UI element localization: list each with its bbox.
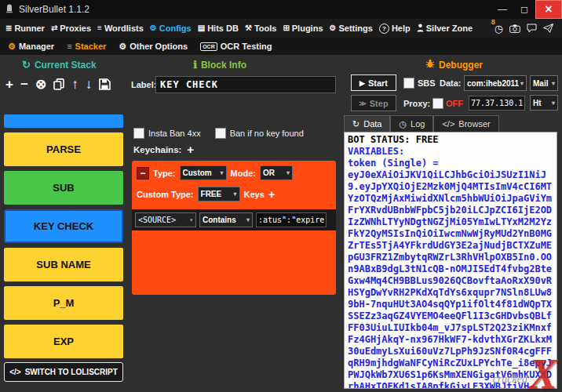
sbs-checkbox[interactable] — [403, 78, 414, 89]
block-label-input[interactable] — [155, 76, 336, 93]
keychain-type-combobox[interactable]: Custom ▾ — [180, 165, 227, 180]
data-label: Data: — [440, 78, 462, 88]
stack-block-p-m[interactable]: P_M — [4, 286, 123, 320]
minimize-button[interactable]: — — [491, 0, 513, 19]
ban-no-key-checkbox[interactable] — [215, 128, 226, 139]
section-title: Debugger — [439, 60, 483, 71]
menu-settings[interactable]: ⚙ Settings — [327, 24, 376, 33]
menu-proxies[interactable]: ⇄ Proxies — [48, 24, 94, 33]
stack-block-parse[interactable]: PARSE — [4, 132, 123, 166]
menu-label: Configs — [159, 24, 192, 33]
switch-to-loliscript-button[interactable]: </> SWITCH TO LOLISCRIPT — [4, 362, 123, 382]
add-keychain-button[interactable]: + — [187, 144, 194, 155]
remove-keychain-button[interactable]: − — [137, 167, 149, 180]
subnav-stacker[interactable]: ≡ Stacker — [67, 42, 106, 51]
tab-browser[interactable]: </> Browser — [433, 115, 498, 132]
data-combobox[interactable]: com:iheb2011 ▾ — [464, 75, 527, 91]
close-button[interactable]: × — [535, 0, 562, 19]
stacker-layers-icon: ≡ — [67, 42, 71, 51]
proxy-type-combobox[interactable]: Ht ▾ — [530, 95, 558, 111]
chevron-down-icon: ▾ — [286, 169, 290, 176]
start-label: Start — [368, 78, 388, 88]
subnav-manager[interactable]: ⚙ Manager — [8, 42, 54, 52]
proxies-icon: ⇄ — [51, 24, 57, 32]
chevron-down-icon: ▾ — [552, 100, 555, 107]
stack-block-sub[interactable]: SUB — [4, 171, 123, 205]
step-button[interactable]: ≫ Step — [351, 95, 396, 111]
block-label: SUB NAME — [36, 259, 90, 270]
menu-tools[interactable]: ⚒ Tools — [242, 24, 279, 33]
clear-stack-button[interactable]: ⊗ — [35, 78, 46, 91]
save-icon[interactable] — [99, 78, 111, 90]
token-variable-name: token (Single) = — [348, 158, 553, 169]
move-down-button[interactable]: ↓ — [86, 78, 93, 91]
remove-block-button[interactable]: − — [20, 78, 28, 91]
tab-log[interactable]: ◷ Log — [390, 115, 433, 132]
menu-runner[interactable]: ≣ Runner — [2, 24, 48, 33]
menu-label: Silver Zone — [426, 24, 473, 33]
send-icon[interactable] — [543, 24, 553, 33]
database-icon: ▤ — [198, 24, 205, 32]
code-icon: </> — [442, 119, 454, 129]
chevron-down-icon: ▾ — [246, 216, 250, 223]
ban-no-key-label: Ban if no key found — [230, 129, 304, 138]
stack-block-sub-name[interactable]: SUB NAME — [4, 248, 123, 281]
debugger-console[interactable]: BOT STATUS: FREE VARIABLES: token (Singl… — [344, 132, 557, 389]
menu-help[interactable]: ? Help — [376, 24, 414, 34]
type-label: Type: — [153, 169, 176, 178]
menu-wordlists[interactable]: ≡ Wordlists — [94, 24, 147, 33]
chat-icon[interactable] — [527, 24, 537, 33]
window-controls: — ◻ × — [491, 0, 562, 19]
subnav-ocr-testing[interactable]: OCR OCR Testing — [200, 42, 272, 51]
maximize-button[interactable]: ◻ — [513, 0, 535, 19]
keychain-mode-combobox[interactable]: OR ▾ — [260, 165, 293, 180]
stack-block-key-check[interactable]: KEY CHECK — [4, 209, 123, 243]
key-source-combobox[interactable]: <SOURCE> ▾ — [135, 212, 196, 227]
insta-ban-option[interactable]: Insta Ban 4xx — [133, 128, 201, 139]
menubar: ≣ Runner ⇄ Proxies ≡ Wordlists ⚙ Configs… — [0, 19, 562, 38]
camera-icon[interactable] — [509, 24, 520, 33]
sbs-label: SBS — [418, 78, 436, 88]
proxy-type-value: Ht — [533, 99, 550, 107]
wordlist-type-combobox[interactable]: Mail ▾ — [530, 75, 558, 91]
menu-configs[interactable]: ⚙ Configs — [147, 24, 195, 33]
block-label: P_M — [53, 297, 75, 309]
menu-silver-zone[interactable]: Silver Zone — [414, 24, 476, 34]
tab-label: Data — [363, 119, 381, 129]
menu-plugins[interactable]: ⊞ Plugins — [279, 24, 326, 33]
chevron-down-icon: ▾ — [520, 80, 524, 87]
add-key-button[interactable]: + — [268, 189, 276, 200]
key-condition-combobox[interactable]: Contains ▾ — [199, 212, 253, 227]
tab-data[interactable]: ↻ Data — [344, 115, 390, 132]
clock-glyph: ◷ — [494, 24, 503, 34]
notification-badge: 8 — [491, 17, 495, 27]
keychains-row: Keychains: + — [133, 144, 194, 155]
clone-block-button[interactable] — [53, 78, 64, 90]
history-clock-icon[interactable]: 8 ◷ — [494, 24, 503, 34]
config-subnav: ⚙ Manager ≡ Stacker ⚙ Other Options OCR … — [0, 38, 562, 55]
window-title: SilverBullet 1.1.2 — [19, 4, 89, 15]
start-button[interactable]: ▶ Start — [351, 74, 396, 91]
stack-block-partial[interactable] — [4, 114, 123, 128]
subnav-label: Manager — [19, 42, 54, 51]
move-up-button[interactable]: ↑ — [71, 78, 78, 91]
add-block-button[interactable]: + — [5, 78, 13, 91]
manager-icon: ⚙ — [8, 42, 16, 52]
key-term-input[interactable] — [256, 212, 327, 227]
block-label: EXP — [53, 336, 74, 347]
ban-no-key-option[interactable]: Ban if no key found — [215, 128, 304, 139]
menu-label: Wordlists — [104, 24, 144, 33]
proxy-checkbox[interactable] — [432, 98, 443, 109]
chevron-down-icon: ▾ — [234, 191, 237, 198]
stack-block-exp[interactable]: EXP — [4, 325, 123, 358]
menu-label: Proxies — [60, 24, 91, 33]
insta-ban-checkbox[interactable] — [133, 128, 144, 139]
app-window: SilverBullet 1.1.2 — ◻ × ≣ Runner ⇄ Prox… — [0, 0, 562, 392]
options-gear-icon: ⚙ — [119, 42, 126, 52]
sync-icon: ↻ — [352, 119, 359, 129]
chevron-down-icon: ▾ — [221, 169, 224, 176]
custom-type-combobox[interactable]: FREE ▾ — [198, 187, 240, 201]
subnav-other-options[interactable]: ⚙ Other Options — [119, 42, 188, 52]
proxy-input[interactable] — [469, 96, 525, 111]
menu-hits-db[interactable]: ▤ Hits DB — [195, 24, 242, 33]
